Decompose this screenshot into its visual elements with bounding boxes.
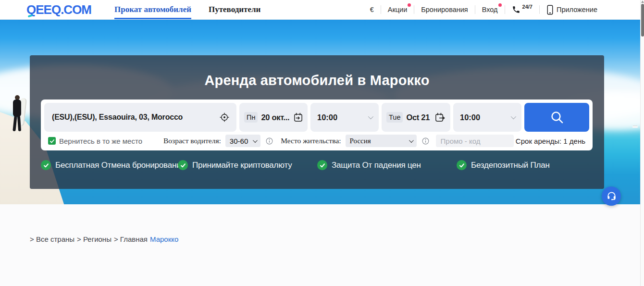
boat: [632, 126, 638, 128]
dropoff-day-badge: Tue: [386, 112, 403, 123]
search-button[interactable]: [524, 103, 589, 132]
search-form: (ESU),(ESU), Essaouira, 03, Morocco Пн 2…: [41, 99, 593, 150]
scrollbar-thumb[interactable]: [641, 4, 644, 37]
rental-duration: Срок аренды: 1 день: [516, 137, 585, 145]
divider: [505, 5, 505, 14]
hero-banner: Аренда автомобилей в Марокко (ESU),(ESU)…: [0, 20, 640, 204]
notification-dot: [498, 3, 502, 7]
qeeq-logo[interactable]: QEEQ.COM: [26, 2, 91, 17]
driver-age-select[interactable]: 30-60: [225, 135, 260, 147]
search-panel: Аренда автомобилей в Марокко (ESU),(ESU)…: [30, 55, 604, 189]
feature-label: Защита От падения цен: [332, 161, 421, 170]
currency-selector[interactable]: €: [370, 6, 374, 13]
phone-badge: 24/7: [522, 4, 533, 10]
chevron-down-icon: [409, 138, 414, 143]
breadcrumb: > Все страны > Регионы > Главная Марокко: [30, 235, 178, 243]
check-icon: [178, 160, 188, 170]
promos-link[interactable]: Акции: [388, 6, 408, 13]
chevron-down-icon: [368, 114, 373, 119]
feature-crypto: Принимайте криптовалюту: [178, 160, 292, 170]
pickup-date-field[interactable]: Пн 20 окт...: [239, 103, 308, 132]
dropoff-time-value: 10:00: [460, 113, 480, 122]
search-fields-row: (ESU),(ESU), Essaouira, 03, Morocco Пн 2…: [44, 103, 589, 132]
divider: [381, 5, 381, 14]
nav-guides[interactable]: Путеводители: [209, 0, 260, 19]
breadcrumb-regions[interactable]: > Регионы: [77, 235, 111, 243]
nav-car-rental[interactable]: Прокат автомобилей: [114, 0, 191, 19]
pickup-day-badge: Пн: [244, 112, 258, 123]
features-row: Бесплатная Отмена бронирования Принимайт…: [41, 160, 593, 173]
support-chat-button[interactable]: [602, 187, 621, 206]
top-navbar: QEEQ.COM Прокат автомобилей Путеводители…: [0, 0, 644, 20]
pickup-time-select[interactable]: 10:00: [310, 103, 379, 132]
bookings-link[interactable]: Бронирования: [421, 6, 468, 13]
content-section: > Все страны > Регионы > Главная Марокко: [0, 204, 640, 286]
breadcrumb-current-morocco[interactable]: Марокко: [150, 235, 178, 243]
locate-target-icon[interactable]: [219, 112, 230, 123]
app-link[interactable]: Приложение: [546, 5, 597, 15]
dropoff-date-field[interactable]: Tue Oct 21: [382, 103, 450, 132]
residence-value: Россия: [350, 137, 371, 145]
feature-label: Бездепозитный План: [471, 161, 550, 170]
divider: [475, 5, 475, 14]
scrollbar-up-arrow[interactable]: [641, 0, 644, 3]
notification-dot: [408, 3, 411, 7]
headset-icon: [606, 191, 617, 202]
divider: [539, 5, 540, 14]
location-value: (ESU),(ESU), Essaouira, 03, Morocco: [52, 113, 183, 122]
feature-free-cancellation: Бесплатная Отмена бронирования: [41, 160, 185, 170]
driver-age-label: Возраст водителя:: [163, 137, 221, 145]
pickup-time-value: 10:00: [317, 113, 337, 122]
surfer-leg: [12, 116, 17, 131]
feature-no-deposit: Бездепозитный План: [457, 160, 550, 170]
logo-text: QEEQ.COM: [26, 2, 91, 17]
login-link[interactable]: Вход: [482, 6, 498, 13]
header-right: € Акции Бронирования Вход 24/7 Приложени…: [370, 5, 597, 15]
dropoff-date-value: Oct 21: [406, 113, 430, 122]
promos-label: Акции: [388, 6, 408, 13]
same-location-label: Вернитесь в то же место: [59, 137, 142, 145]
divider: [414, 5, 414, 14]
check-icon: [317, 160, 327, 170]
page-title: Аренда автомобилей в Марокко: [30, 73, 604, 88]
chevron-down-icon: [511, 114, 516, 119]
driver-age-value: 30-60: [230, 137, 248, 145]
check-icon: [457, 160, 467, 170]
feature-label: Принимайте криптовалюту: [192, 161, 292, 170]
calendar-pickup-icon: [293, 112, 304, 123]
scrollbar[interactable]: [640, 0, 644, 286]
app-label: Приложение: [557, 6, 597, 13]
calendar-dropoff-icon: [434, 112, 446, 123]
breadcrumb-all-countries[interactable]: > Все страны: [30, 235, 74, 243]
chevron-down-icon: [253, 138, 258, 143]
breadcrumb-home[interactable]: > Главная: [114, 235, 148, 243]
search-options-row: Вернитесь в то же место Возраст водителя…: [44, 132, 589, 150]
promo-code-input[interactable]: [436, 135, 514, 147]
feature-price-drop: Защита От падения цен: [317, 160, 421, 170]
surfer-body: [13, 99, 21, 117]
info-icon[interactable]: [422, 137, 429, 145]
search-icon: [549, 110, 565, 125]
pickup-date-value: 20 окт...: [261, 113, 289, 122]
check-icon: [41, 160, 51, 170]
phone-support[interactable]: 24/7: [512, 5, 533, 14]
dropoff-time-select[interactable]: 10:00: [453, 103, 521, 132]
residence-label: Место жительства:: [281, 137, 341, 145]
same-location-checkbox[interactable]: [48, 137, 56, 145]
info-icon[interactable]: [266, 137, 273, 145]
feature-label: Бесплатная Отмена бронирования: [55, 161, 185, 170]
main-nav: Прокат автомобилей Путеводители: [114, 0, 260, 19]
mobile-phone-icon: [546, 5, 554, 15]
surfer-figure: [8, 95, 31, 143]
residence-select[interactable]: Россия: [346, 135, 417, 147]
login-label: Вход: [482, 6, 498, 13]
phone-icon: [512, 5, 520, 14]
location-input[interactable]: (ESU),(ESU), Essaouira, 03, Morocco: [44, 103, 236, 132]
